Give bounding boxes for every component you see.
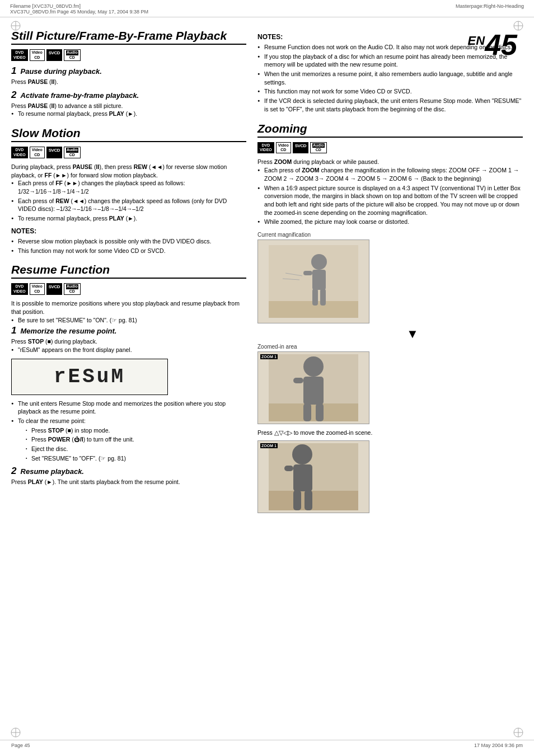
resume-step-1-title: Memorize the resume point. (21, 327, 117, 335)
svg-rect-27 (293, 490, 301, 510)
resume-function-section: Resume Function DVDVIDEO VideoCD SVCD Au… (11, 262, 246, 486)
resume-step-2: 2 Resume playback. Press PLAY (►). The u… (11, 466, 246, 486)
resume-step-1-number: 1 (11, 325, 16, 336)
svg-rect-9 (312, 270, 326, 290)
resume-step-2-title: Resume playback. (21, 467, 84, 476)
header-masterpage: Masterpage:Right-No-Heading (456, 3, 524, 9)
badge-dvd-video: DVDVIDEO (11, 49, 28, 61)
zoomed-in-image: ZOOM 1 (257, 351, 369, 424)
svg-rect-28 (305, 490, 312, 510)
zooming-bullet-1: Each press of ZOOM changes the magnifica… (257, 166, 523, 182)
slow-motion-intro: During playback, press PAUSE (II), then … (11, 163, 246, 179)
slow-motion-badges: DVDVIDEO VideoCD SVCD AudioCD (11, 147, 246, 158)
badge-dvd-video-sm: DVDVIDEO (11, 147, 28, 158)
slow-motion-title: Slow Motion (11, 126, 246, 142)
resume-step-1-extra-bullets: The unit enters Resume Stop mode and mem… (11, 400, 246, 463)
badge-audio-cd-sm: AudioCD (64, 147, 81, 158)
still-step-2-body: Press PAUSE (II) to advance a still pict… (11, 102, 246, 118)
corner-mark-tl (10, 20, 21, 32)
right-note-2: If you stop the playback of a disc for w… (257, 53, 523, 69)
badge-video-cd: VideoCD (30, 49, 45, 61)
resume-step-1-bullet-1: "rESuM" appears on the front display pan… (11, 346, 246, 354)
svg-rect-21 (316, 403, 324, 421)
press-instruction: Press △▽◁▷ to move the zoomed-in scene. (257, 429, 523, 437)
badge-video-cd-rf: VideoCD (30, 283, 45, 295)
header-path: XVC37U_08DVD.fm Page 45 Monday, May 17, … (10, 9, 148, 15)
svg-rect-11 (312, 289, 318, 306)
still-step-2-title: Activate frame-by-frame playback. (21, 91, 139, 100)
badge-svcd-rf: SVCD (46, 283, 62, 295)
resume-step-1-bullets: "rESuM" appears on the front display pan… (11, 346, 246, 354)
resume-extra-bullet-2: To clear the resume point: Press STOP (■… (11, 417, 246, 462)
resume-step-2-body: Press PLAY (►). The unit starts playback… (11, 478, 246, 486)
resume-sub-bullet-4: Set "RESUME" to "OFF". (☞ pg. 81) (26, 454, 246, 463)
down-arrow: ▼ (257, 327, 523, 341)
badge-audio-cd-z: AudioCD (310, 142, 327, 154)
slow-motion-note-2: This function may not work for some Vide… (11, 247, 246, 255)
still-step-2: 2 Activate frame-by-frame playback. Pres… (11, 90, 246, 118)
page-header: Filename [XVC37U_08DVD.fm] XVC37U_08DVD.… (0, 0, 534, 17)
slow-motion-bullet-3: To resume normal playback, press PLAY (►… (11, 214, 246, 223)
right-note-3: When the unit memorizes a resume point, … (257, 70, 523, 86)
display-panel-text: rESuM (54, 365, 125, 388)
right-note-1: Resume Function does not work on the Aud… (257, 43, 523, 51)
header-left: Filename [XVC37U_08DVD.fm] XVC37U_08DVD.… (10, 3, 148, 15)
slow-motion-bullets: Each press of FF (►►) changes the playba… (11, 179, 246, 222)
page-footer: Page 45 17 May 2004 9:36 pm (0, 740, 534, 750)
svg-rect-10 (303, 271, 312, 275)
slow-motion-notes-title: NOTES: (11, 227, 246, 235)
current-magnification-label: Current magnification (257, 232, 523, 238)
slow-motion-bullet-1: Each press of FF (►►) changes the playba… (11, 179, 246, 195)
resume-sub-bullet-3: Eject the disc. (26, 445, 246, 453)
slow-motion-notes: Reverse slow motion playback is possible… (11, 237, 246, 255)
resume-function-title: Resume Function (11, 262, 246, 279)
slow-motion-section: Slow Motion DVDVIDEO VideoCD SVCD AudioC… (11, 126, 246, 255)
badge-audio-cd-rf: AudioCD (64, 283, 81, 295)
resume-intro-bullet-1: Be sure to set "RESUME" to "ON". (☞ pg. … (11, 316, 246, 325)
current-magnification-image (257, 240, 369, 323)
svg-rect-19 (293, 378, 303, 383)
footer-date: 17 May 2004 9:36 pm (474, 743, 523, 748)
badge-dvd-video-rf: DVDVIDEO (11, 283, 28, 295)
still-picture-title: Still Picture/Frame-By-Frame Playback (11, 29, 246, 45)
resume-extra-bullet-1: The unit enters Resume Stop mode and mem… (11, 400, 246, 416)
resume-intro-bullets: Be sure to set "RESUME" to "ON". (☞ pg. … (11, 316, 246, 325)
badge-svcd-sm: SVCD (46, 147, 62, 158)
person-figure-3 (269, 443, 358, 510)
svg-rect-25 (293, 464, 312, 491)
still-step-1-body: Press PAUSE (II). (11, 78, 246, 86)
right-notes-section: NOTES: Resume Function does not work on … (257, 33, 523, 114)
main-content: Still Picture/Frame-By-Frame Playback DV… (0, 23, 534, 527)
right-note-4: This function may not work for some Vide… (257, 87, 523, 96)
still-step-1-title: Pause during playback. (21, 67, 102, 76)
zoomed-in-label: Zoomed-in area (257, 344, 523, 350)
svg-rect-12 (320, 289, 326, 306)
svg-rect-18 (303, 377, 324, 405)
resume-function-badges: DVDVIDEO VideoCD SVCD AudioCD (11, 283, 246, 295)
zoomed-scene-2: ZOOM 1 (257, 440, 369, 513)
still-step-1: 1 Pause during playback. Press PAUSE (II… (11, 65, 246, 86)
zooming-bullet-3: While zoomed, the picture may look coars… (257, 218, 523, 226)
person-figure-1 (269, 245, 358, 318)
still-picture-section: Still Picture/Frame-By-Frame Playback DV… (11, 29, 246, 118)
badge-audio-cd: AudioCD (64, 49, 81, 61)
right-notes-list: Resume Function does not work on the Aud… (257, 43, 523, 114)
svg-rect-26 (284, 466, 293, 471)
still-step-1-number: 1 (11, 65, 16, 76)
resume-sub-bullet-2: Press POWER (⏻/I) to turn off the unit. (26, 435, 246, 444)
svg-rect-16 (269, 403, 358, 421)
zoom-images-container: Current magnification (257, 232, 523, 513)
page-container: Filename [XVC37U_08DVD.fm] XVC37U_08DVD.… (0, 0, 534, 756)
resume-step-1: 1 Memorize the resume point. Press STOP … (11, 325, 246, 462)
zooming-bullets: Each press of ZOOM changes the magnifica… (257, 166, 523, 226)
zooming-intro: Press ZOOM during playback or while paus… (257, 158, 523, 166)
left-column: Still Picture/Frame-By-Frame Playback DV… (11, 29, 246, 521)
person-figure-2 (269, 354, 358, 421)
display-panel: rESuM (11, 359, 168, 395)
badge-svcd: SVCD (46, 49, 62, 61)
right-column: NOTES: Resume Function does not work on … (257, 29, 523, 521)
zooming-bullet-2: When a 16:9 aspect picture source is dis… (257, 184, 523, 217)
zoom-badge-2: ZOOM 1 (260, 443, 278, 448)
still-step-2-bullets: To resume normal playback, press PLAY (►… (11, 110, 246, 118)
svg-point-24 (292, 444, 312, 464)
